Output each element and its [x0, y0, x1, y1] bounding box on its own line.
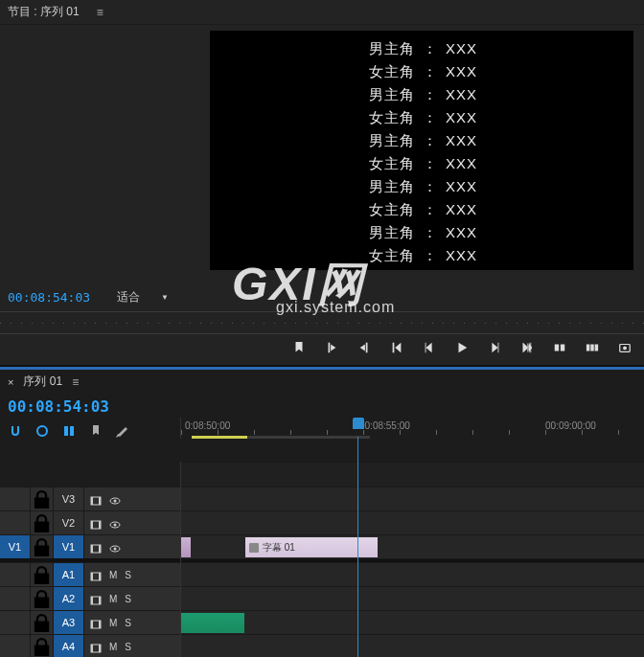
- svg-rect-17: [99, 521, 101, 529]
- work-area-bar[interactable]: [192, 436, 247, 439]
- add-marker-icon[interactable]: [61, 423, 77, 439]
- solo-toggle[interactable]: S: [125, 570, 131, 580]
- track-label[interactable]: A2: [54, 587, 84, 610]
- track-lock-icon[interactable]: [31, 535, 54, 558]
- credit-role: 男主角: [346, 224, 415, 242]
- svg-rect-9: [70, 426, 74, 436]
- out-point-icon[interactable]: [356, 340, 372, 355]
- mute-toggle[interactable]: M: [109, 594, 117, 604]
- timeline-ruler-area[interactable]: 0:08:50:0000:08:55:0000:09:00:00: [180, 418, 644, 439]
- track-label[interactable]: A4: [54, 635, 84, 657]
- track-lock-icon[interactable]: [31, 563, 54, 586]
- close-icon[interactable]: ×: [8, 376, 13, 388]
- track-visibility-icon[interactable]: [109, 517, 121, 529]
- audio-track-header[interactable]: A1 M S: [0, 562, 180, 586]
- track-visibility-icon[interactable]: [109, 493, 121, 505]
- solo-toggle[interactable]: S: [125, 594, 131, 604]
- extract-icon[interactable]: [585, 340, 600, 355]
- track-lane[interactable]: [181, 487, 644, 510]
- export-frame-icon[interactable]: [617, 340, 632, 355]
- track-lane[interactable]: [181, 610, 644, 634]
- in-point-icon[interactable]: [324, 340, 339, 355]
- source-patch[interactable]: [0, 511, 31, 534]
- source-patch[interactable]: [0, 487, 31, 510]
- source-patch[interactable]: [0, 587, 31, 610]
- track-lane[interactable]: [181, 634, 644, 657]
- settings-icon[interactable]: [115, 423, 130, 439]
- track-label[interactable]: V3: [54, 487, 84, 510]
- svg-rect-1: [561, 345, 564, 351]
- track-lock-icon[interactable]: [31, 635, 54, 657]
- playhead[interactable]: [353, 418, 364, 429]
- credit-line: 女主角：XXX: [210, 247, 633, 265]
- sequence-name[interactable]: 序列 01: [23, 374, 62, 390]
- program-scrubber[interactable]: [0, 311, 644, 334]
- sync-lock-icon[interactable]: [90, 593, 102, 604]
- mute-toggle[interactable]: M: [109, 570, 117, 580]
- svg-rect-27: [99, 573, 101, 580]
- track-label[interactable]: V1: [54, 535, 84, 558]
- track-label[interactable]: A1: [54, 563, 84, 586]
- audio-track-header[interactable]: A3 M S: [0, 610, 180, 634]
- track-lane[interactable]: [181, 586, 644, 610]
- source-patch[interactable]: [0, 635, 31, 657]
- goto-in-icon[interactable]: [389, 340, 404, 355]
- lift-icon[interactable]: [552, 340, 567, 355]
- program-panel: 节目 : 序列 01 ≡ 男主角：XXX女主角：XXX男主角：XXX女主角：XX…: [0, 0, 644, 367]
- video-track-header[interactable]: V1 V1: [0, 534, 180, 558]
- track-visibility-icon[interactable]: [109, 541, 121, 553]
- video-track-header[interactable]: V2: [0, 510, 180, 534]
- track-lane[interactable]: 字幕 01: [181, 534, 644, 558]
- audio-track-header[interactable]: A4 M S: [0, 634, 180, 657]
- sync-lock-icon[interactable]: [90, 493, 102, 505]
- sync-lock-icon[interactable]: [90, 517, 102, 529]
- credit-line: 男主角：XXX: [210, 40, 633, 58]
- source-patch[interactable]: [0, 611, 31, 634]
- program-header: 节目 : 序列 01 ≡: [0, 0, 644, 25]
- audio-track-header[interactable]: A2 M S: [0, 586, 180, 610]
- credit-line: 女主角：XXX: [210, 109, 633, 127]
- track-lock-icon[interactable]: [31, 587, 54, 610]
- timeline-header: × 序列 01 ≡: [0, 370, 644, 394]
- credit-name: XXX: [446, 224, 497, 242]
- svg-rect-2: [586, 345, 590, 351]
- solo-toggle[interactable]: S: [125, 642, 131, 652]
- panel-menu-icon[interactable]: ≡: [72, 375, 79, 389]
- play-icon[interactable]: [454, 340, 470, 355]
- track-label[interactable]: A3: [54, 611, 84, 634]
- goto-out-icon[interactable]: [519, 340, 535, 355]
- program-timecode[interactable]: 00:08:54:03: [8, 290, 90, 305]
- mute-toggle[interactable]: M: [109, 618, 117, 628]
- linked-selection-icon[interactable]: [34, 423, 50, 439]
- solo-toggle[interactable]: S: [125, 618, 131, 628]
- video-track-header[interactable]: V3: [0, 487, 180, 510]
- track-lock-icon[interactable]: [31, 611, 54, 634]
- source-patch[interactable]: V1: [0, 535, 31, 558]
- marker-icon[interactable]: [291, 340, 307, 355]
- video-frame[interactable]: 男主角：XXX女主角：XXX男主角：XXX女主角：XXX男主角：XXX女主角：X…: [210, 31, 633, 270]
- svg-rect-30: [99, 597, 101, 604]
- source-patch[interactable]: [0, 563, 31, 586]
- sync-lock-icon[interactable]: [90, 617, 102, 628]
- step-back-icon[interactable]: [422, 340, 437, 355]
- audio-clip[interactable]: [181, 613, 244, 633]
- sync-lock-icon[interactable]: [90, 541, 102, 553]
- program-viewer: 男主角：XXX女主角：XXX男主角：XXX女主角：XXX男主角：XXX女主角：X…: [0, 25, 644, 283]
- track-lock-icon[interactable]: [31, 487, 54, 510]
- panel-menu-icon[interactable]: ≡: [97, 6, 104, 19]
- mute-toggle[interactable]: M: [109, 642, 117, 652]
- zoom-fit-select[interactable]: 适合 ▼: [117, 289, 169, 306]
- sync-lock-icon[interactable]: [90, 641, 102, 652]
- step-fwd-icon[interactable]: [487, 340, 502, 355]
- track-label[interactable]: V2: [54, 511, 84, 534]
- track-lane[interactable]: [181, 562, 644, 586]
- track-lock-icon[interactable]: [31, 511, 54, 534]
- video-clip[interactable]: [181, 537, 191, 557]
- credit-name: XXX: [446, 109, 497, 127]
- timeline-timecode[interactable]: 00:08:54:03: [8, 397, 172, 416]
- marker-icon[interactable]: [88, 423, 104, 439]
- credit-name: XXX: [446, 247, 497, 265]
- snap-icon[interactable]: [8, 423, 23, 439]
- track-lane[interactable]: [181, 510, 644, 534]
- sync-lock-icon[interactable]: [90, 569, 102, 580]
